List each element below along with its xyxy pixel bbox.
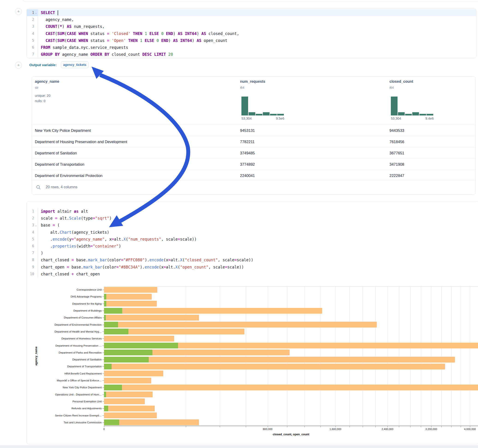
gridline bbox=[220, 286, 220, 426]
code-line[interactable]: 1import altair as alt bbox=[27, 208, 478, 215]
y-axis-tick bbox=[102, 353, 104, 353]
bar-open-count bbox=[104, 392, 106, 397]
code-line[interactable]: 6 .properties(width="container") bbox=[27, 243, 478, 249]
bar-closed-count bbox=[104, 392, 153, 397]
y-axis-label: Senior Citizen Rent Increase Exempti… bbox=[0, 414, 102, 417]
bar-closed-count bbox=[104, 364, 445, 369]
line-number: 7 bbox=[27, 249, 38, 256]
y-axis-label: Department of Environmental Protection bbox=[0, 323, 102, 326]
dataframe-preview-card: agency_namestrunique: 20nulls: 0num_requ… bbox=[31, 76, 476, 195]
table-row[interactable]: Department of Sanitation37494853677651 bbox=[32, 147, 475, 159]
x-axis-tick bbox=[421, 426, 421, 427]
bar-closed-count bbox=[104, 357, 455, 362]
x-axis-tick-label: 0 bbox=[103, 428, 105, 430]
gridline bbox=[268, 286, 268, 426]
code-line[interactable]: 4 CAST(SUM(CASE WHEN status = 'Closed' T… bbox=[27, 30, 476, 37]
code-line[interactable]: 6FROM sample_data.nyc.service_requests bbox=[27, 44, 476, 51]
x-axis-tick bbox=[375, 426, 376, 427]
code-text: chart_open = base.mark_bar(color="#8BC34… bbox=[38, 264, 478, 271]
fold-chevron-icon[interactable]: ⌄ bbox=[34, 11, 38, 14]
code-line[interactable]: 8chart_closed = base.mark_bar(color="#FF… bbox=[27, 256, 478, 263]
add-cell-button-top[interactable]: + bbox=[15, 8, 22, 15]
code-line[interactable]: 3 COUNT(*) AS num_requests, bbox=[27, 23, 476, 30]
x-axis-tick-label: 4,000,000 bbox=[464, 428, 476, 430]
bar-open-count bbox=[104, 343, 178, 348]
gridline bbox=[186, 286, 186, 426]
code-text: FROM sample_data.nyc.service_requests bbox=[38, 44, 476, 51]
sql-editor[interactable]: 1⌄SELECT 2 agency_name,3 COUNT(*) AS num… bbox=[27, 9, 476, 58]
code-line[interactable]: 2scale = alt.Scale(type="sqrt") bbox=[27, 215, 478, 222]
y-axis-tick bbox=[102, 395, 104, 395]
python-editor[interactable]: 1import altair as alt2scale = alt.Scale(… bbox=[27, 208, 478, 277]
table-row[interactable]: Department of Housing Preservation and D… bbox=[32, 136, 475, 148]
y-axis-label: Department of Sanitation bbox=[0, 358, 102, 361]
chart-x-axis-line bbox=[104, 426, 478, 426]
y-axis-tick bbox=[102, 380, 104, 381]
bar-closed-count bbox=[104, 371, 163, 376]
search-icon[interactable] bbox=[36, 185, 41, 191]
chart-x-axis-title: closed_count, open_count bbox=[104, 433, 478, 436]
add-cell-button-output[interactable]: + bbox=[15, 62, 22, 69]
bar-closed-count bbox=[104, 315, 199, 321]
chart-y-axis-labels: Correspondence UnitDHS Advantage Program… bbox=[0, 286, 102, 426]
code-line[interactable]: 1⌄SELECT bbox=[27, 9, 476, 16]
workspace-background-strip bbox=[0, 445, 478, 448]
table-cell: 3749485 bbox=[240, 151, 255, 155]
y-axis-tick bbox=[102, 297, 104, 297]
line-number: 2 bbox=[27, 215, 38, 222]
table-cell: Department of Sanitation bbox=[35, 151, 77, 155]
x-axis-tick bbox=[186, 426, 186, 427]
x-axis-tick bbox=[461, 426, 461, 427]
x-axis-tick bbox=[470, 426, 470, 427]
x-axis-tick-label: 800,000 bbox=[263, 428, 273, 430]
x-axis-tick bbox=[246, 426, 246, 427]
code-line[interactable]: 2 agency_name, bbox=[27, 16, 476, 23]
code-text: alt.Chart(agency_tickets) bbox=[38, 229, 478, 236]
x-axis-tick bbox=[410, 426, 410, 427]
line-number: 3 bbox=[27, 23, 38, 30]
x-axis-tick-label: 1,600,000 bbox=[329, 428, 341, 430]
text-cursor bbox=[58, 10, 58, 15]
table-row[interactable]: Department of Transportation377489234719… bbox=[32, 158, 475, 170]
gridline bbox=[399, 286, 399, 426]
line-number: 2 bbox=[27, 16, 38, 23]
chart-y-axis-title: agency_name bbox=[35, 333, 39, 379]
gridline bbox=[410, 286, 410, 426]
previous-cell-bottom-edge bbox=[23, 0, 478, 2]
fold-chevron-icon[interactable]: ⌄ bbox=[34, 224, 38, 227]
code-line[interactable]: 3⌄base = ( bbox=[27, 222, 478, 229]
code-line[interactable]: 5 CAST(SUM(CASE WHEN status = 'Open' THE… bbox=[27, 37, 476, 44]
y-axis-label: Department of Homeless Services bbox=[0, 337, 102, 340]
bar-closed-count bbox=[104, 308, 322, 314]
bar-open-count bbox=[104, 385, 122, 390]
code-line[interactable]: 4 alt.Chart(agency_tickets) bbox=[27, 229, 478, 236]
code-line[interactable]: 7GROUP BY agency_name ORDER BY closed_co… bbox=[27, 51, 476, 58]
y-axis-tick bbox=[102, 304, 104, 304]
table-row[interactable]: New York City Police Department945313194… bbox=[32, 125, 475, 136]
code-text: chart_closed = base.mark_bar(color="#FFC… bbox=[38, 256, 478, 263]
gridline bbox=[246, 286, 246, 426]
code-text: base = ( bbox=[38, 222, 478, 229]
gridline bbox=[387, 286, 388, 426]
y-axis-tick bbox=[102, 367, 104, 367]
line-number: 10 bbox=[27, 271, 38, 277]
output-variable-pill[interactable]: agency_tickets bbox=[61, 61, 88, 68]
y-axis-label: Correspondence Unit bbox=[0, 288, 102, 291]
bar-open-count bbox=[104, 315, 106, 321]
code-line[interactable]: 9chart_open = base.mark_bar(color="#8BC3… bbox=[27, 264, 478, 271]
y-axis-label: Department of Transportation bbox=[0, 365, 102, 368]
x-axis-tick-label: 2,400,000 bbox=[382, 428, 393, 430]
table-body: New York City Police Department945313194… bbox=[32, 76, 475, 194]
y-axis-tick bbox=[102, 401, 104, 402]
gridline bbox=[350, 286, 350, 426]
code-line[interactable]: 7) bbox=[27, 249, 478, 256]
code-line[interactable]: 5 .encode(y="agency_name", x=alt.X("num_… bbox=[27, 236, 478, 243]
y-axis-label: DHS Advantage Programs bbox=[0, 295, 102, 298]
code-text: GROUP BY agency_name ORDER BY closed_cou… bbox=[38, 51, 476, 58]
table-cell: 3471908 bbox=[390, 162, 404, 166]
y-axis-label: Taxi and Limousine Commission bbox=[0, 421, 102, 424]
table-row[interactable]: Department of Environmental Protection22… bbox=[32, 170, 475, 181]
code-text: scale = alt.Scale(type="sqrt") bbox=[38, 215, 478, 222]
code-line[interactable]: 10chart_closed + chart_open bbox=[27, 271, 478, 277]
table-cell: 7618456 bbox=[390, 140, 404, 144]
